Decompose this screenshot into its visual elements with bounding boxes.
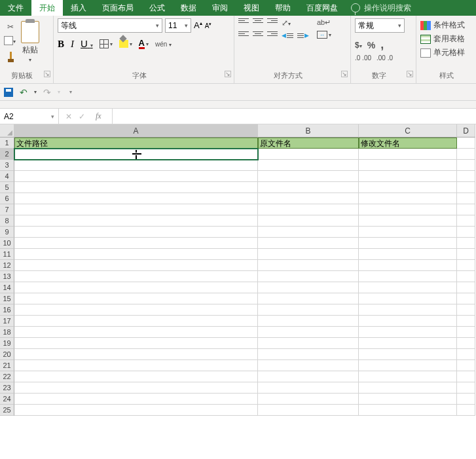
- cell[interactable]: [457, 182, 475, 193]
- worksheet-grid[interactable]: A B C D 1文件路径原文件名修改文件名234567891011121314…: [0, 124, 476, 416]
- font-name-combo[interactable]: 等线▾: [58, 18, 162, 33]
- row-header[interactable]: 15: [0, 293, 14, 304]
- copy-button[interactable]: ▾: [4, 35, 17, 47]
- font-color-button[interactable]: A▾: [139, 39, 149, 49]
- cell[interactable]: [258, 260, 359, 271]
- comma-style-button[interactable]: [380, 38, 384, 52]
- cell[interactable]: [457, 316, 475, 327]
- row-header[interactable]: 17: [0, 316, 14, 327]
- cell[interactable]: [258, 282, 359, 293]
- merge-center-button[interactable]: ↔▾: [317, 31, 331, 39]
- cell[interactable]: [457, 382, 475, 394]
- align-launcher[interactable]: ↘: [341, 71, 348, 77]
- col-header-A[interactable]: A: [14, 124, 258, 138]
- row-header[interactable]: 11: [0, 249, 14, 260]
- cell[interactable]: [14, 360, 258, 371]
- cell[interactable]: [457, 171, 475, 182]
- border-button[interactable]: ▾: [100, 39, 113, 48]
- cell[interactable]: [14, 238, 258, 249]
- cell[interactable]: [359, 382, 457, 394]
- tab-home[interactable]: 开始: [31, 0, 63, 16]
- cell[interactable]: [359, 160, 457, 171]
- cell[interactable]: [457, 405, 475, 416]
- cell[interactable]: 修改文件名: [359, 138, 457, 149]
- cell[interactable]: [359, 371, 457, 382]
- tab-review[interactable]: 审阅: [204, 0, 236, 16]
- decrease-indent-button[interactable]: ◀: [282, 31, 293, 39]
- cell[interactable]: [359, 394, 457, 405]
- cell[interactable]: [14, 271, 258, 282]
- format-painter-button[interactable]: [4, 50, 17, 62]
- formula-input[interactable]: [113, 109, 476, 124]
- cell[interactable]: [14, 405, 258, 416]
- font-size-combo[interactable]: 11▾: [165, 18, 191, 33]
- tell-me-search[interactable]: 操作说明搜索: [351, 0, 411, 16]
- row-header[interactable]: 8: [0, 215, 14, 227]
- redo-dropdown[interactable]: ▾: [58, 89, 60, 95]
- cell[interactable]: [258, 149, 359, 160]
- cell[interactable]: [14, 249, 258, 260]
- cell[interactable]: [457, 204, 475, 215]
- cell[interactable]: [457, 149, 475, 160]
- cell[interactable]: [457, 282, 475, 293]
- decrease-font-button[interactable]: A▾: [205, 22, 212, 29]
- number-launcher[interactable]: ↘: [407, 71, 413, 77]
- cell[interactable]: [258, 160, 359, 171]
- cell[interactable]: [359, 260, 457, 271]
- cell[interactable]: [258, 360, 359, 371]
- bold-button[interactable]: B: [58, 39, 64, 50]
- tab-pagelayout[interactable]: 页面布局: [94, 0, 141, 16]
- select-all-corner[interactable]: [0, 124, 14, 138]
- cell[interactable]: [359, 271, 457, 282]
- row-header[interactable]: 2: [0, 149, 14, 160]
- cell[interactable]: [14, 338, 258, 349]
- tab-help[interactable]: 帮助: [267, 0, 299, 16]
- cell[interactable]: [359, 304, 457, 316]
- row-header[interactable]: 12: [0, 260, 14, 271]
- row-header[interactable]: 18: [0, 327, 14, 338]
- cell[interactable]: [14, 227, 258, 238]
- cell[interactable]: [457, 371, 475, 382]
- cut-button[interactable]: ✂: [4, 21, 17, 33]
- cell[interactable]: [457, 160, 475, 171]
- cell[interactable]: [457, 249, 475, 260]
- cell[interactable]: [258, 249, 359, 260]
- cell[interactable]: [359, 215, 457, 227]
- format-as-table-button[interactable]: 套用表格: [420, 32, 472, 46]
- cell[interactable]: [14, 260, 258, 271]
- cell[interactable]: [258, 182, 359, 193]
- cell[interactable]: [258, 382, 359, 394]
- row-header[interactable]: 16: [0, 304, 14, 316]
- cell[interactable]: [14, 304, 258, 316]
- cell[interactable]: [258, 327, 359, 338]
- row-header[interactable]: 5: [0, 182, 14, 193]
- align-bottom-button[interactable]: [267, 18, 278, 26]
- cell[interactable]: [359, 193, 457, 204]
- insert-function-button[interactable]: fx: [92, 111, 105, 121]
- row-header[interactable]: 19: [0, 338, 14, 349]
- row-header[interactable]: 22: [0, 371, 14, 382]
- row-header[interactable]: 1: [0, 138, 14, 149]
- underline-button[interactable]: U ▾: [81, 38, 93, 50]
- number-format-combo[interactable]: 常规▾: [355, 18, 405, 33]
- row-header[interactable]: 20: [0, 349, 14, 360]
- tab-insert[interactable]: 插入: [63, 0, 94, 16]
- cell[interactable]: [457, 349, 475, 360]
- align-center-button[interactable]: [253, 31, 263, 39]
- cell[interactable]: [457, 327, 475, 338]
- undo-dropdown[interactable]: ▾: [34, 89, 37, 95]
- cell[interactable]: [359, 282, 457, 293]
- cell[interactable]: [14, 215, 258, 227]
- cell[interactable]: [258, 215, 359, 227]
- cell[interactable]: [359, 204, 457, 215]
- row-header[interactable]: 25: [0, 405, 14, 416]
- font-launcher[interactable]: ↘: [225, 71, 231, 77]
- tab-data[interactable]: 数据: [173, 0, 204, 16]
- cell[interactable]: [359, 349, 457, 360]
- row-header[interactable]: 9: [0, 227, 14, 238]
- align-right-button[interactable]: [267, 31, 278, 39]
- cell[interactable]: [14, 382, 258, 394]
- row-header[interactable]: 24: [0, 394, 14, 405]
- name-box[interactable]: A2▾: [0, 109, 59, 124]
- cell[interactable]: [359, 227, 457, 238]
